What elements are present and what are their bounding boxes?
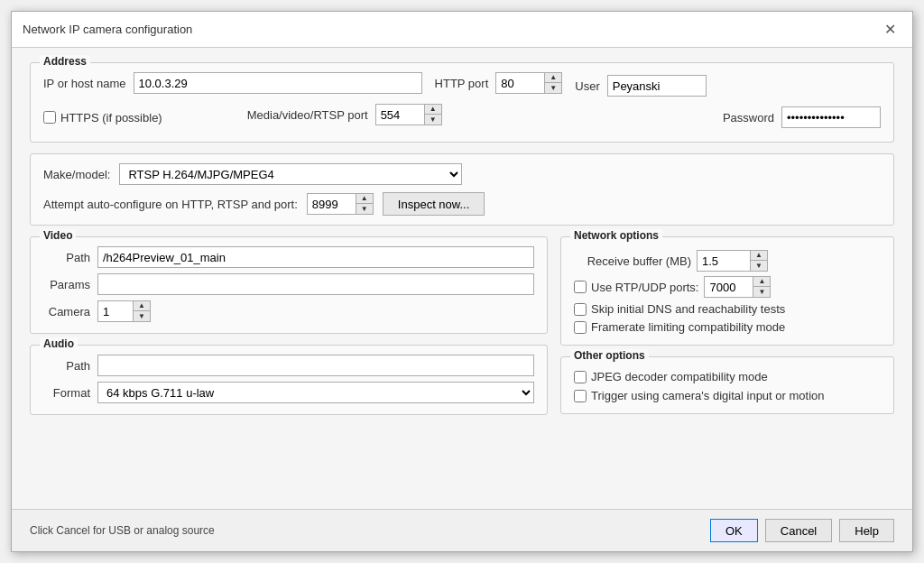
framerate-checkbox[interactable] <box>574 321 587 334</box>
rtp-udp-row: Use RTP/UDP ports: ▲ ▼ <box>574 276 881 298</box>
media-port-up-btn[interactable]: ▲ <box>425 105 441 115</box>
camera-down-btn[interactable]: ▼ <box>134 311 150 321</box>
user-label: User <box>575 79 599 93</box>
framerate-row: Framerate limiting compatibility mode <box>574 320 881 334</box>
other-section: Other options JPEG decoder compatibility… <box>560 356 894 414</box>
media-port-label: Media/video/RTSP port <box>247 108 368 122</box>
address-row2: HTTPS (if possible) Media/video/RTSP por… <box>43 104 881 131</box>
auto-conf-row: Attempt auto-configure on HTTP, RTSP and… <box>43 192 881 216</box>
video-params-input[interactable] <box>97 273 534 295</box>
media-port-row: Media/video/RTSP port ▲ ▼ <box>247 104 442 125</box>
help-button[interactable]: Help <box>839 519 894 542</box>
udp-port-input[interactable] <box>704 276 753 298</box>
video-section: Video Path Params Camera <box>30 236 548 334</box>
inspect-now-button[interactable]: Inspect now... <box>383 192 485 216</box>
skip-dns-row: Skip initial DNS and reachability tests <box>574 302 881 316</box>
http-port-spinner-btns: ▲ ▼ <box>545 72 562 94</box>
cancel-button[interactable]: Cancel <box>765 519 832 542</box>
ip-input[interactable] <box>134 72 422 94</box>
ip-label: IP or host name <box>43 77 126 90</box>
video-params-row: Params <box>43 273 534 295</box>
audio-path-input[interactable] <box>97 355 534 376</box>
recv-buffer-spinner: ▲ ▼ <box>697 250 768 272</box>
user-row: User <box>575 75 706 97</box>
http-port-row: HTTP port ▲ ▼ <box>435 72 563 94</box>
audio-section-label: Audio <box>40 337 78 350</box>
media-port-spinner: ▲ ▼ <box>375 104 442 125</box>
recv-buffer-down-btn[interactable]: ▼ <box>751 261 767 271</box>
dialog: Network IP camera configuration ✕ Addres… <box>11 11 913 552</box>
recv-buffer-input[interactable] <box>697 250 751 272</box>
make-model-select[interactable]: RTSP H.264/MJPG/MPEG4 <box>119 163 462 185</box>
recv-buffer-spinner-btns: ▲ ▼ <box>751 250 768 272</box>
recv-buffer-up-btn[interactable]: ▲ <box>751 251 767 261</box>
close-button[interactable]: ✕ <box>879 19 901 40</box>
rtp-label: Use RTP/UDP ports: <box>591 281 698 294</box>
jpeg-checkbox[interactable] <box>574 371 587 383</box>
auto-conf-port-down-btn[interactable]: ▼ <box>356 204 373 214</box>
address-section-label: Address <box>40 55 90 68</box>
https-label: HTTPS (if possible) <box>60 111 162 125</box>
trigger-row: Trigger using camera's digital input or … <box>574 389 881 402</box>
video-path-row: Path <box>43 246 534 268</box>
https-checkbox[interactable] <box>43 111 56 124</box>
http-port-up-btn[interactable]: ▲ <box>545 73 561 83</box>
user-input[interactable] <box>607 75 707 97</box>
udp-port-down-btn[interactable]: ▼ <box>753 287 770 297</box>
dialog-body: Address IP or host name HTTP port ▲ ▼ <box>12 48 912 509</box>
ok-button[interactable]: OK <box>710 519 758 542</box>
http-port-input[interactable] <box>495 72 545 94</box>
https-checkbox-row: HTTPS (if possible) <box>43 111 162 125</box>
password-input[interactable] <box>781 106 881 128</box>
camera-input[interactable] <box>97 300 134 322</box>
auto-conf-port-up-btn[interactable]: ▲ <box>356 194 373 204</box>
network-section: Network options Receive buffer (MB) ▲ ▼ <box>560 236 894 346</box>
video-camera-label: Camera <box>43 305 90 318</box>
title-bar: Network IP camera configuration ✕ <box>12 12 912 48</box>
media-port-spinner-btns: ▲ ▼ <box>425 104 442 125</box>
rtp-checkbox[interactable] <box>574 281 587 293</box>
video-section-label: Video <box>40 229 76 242</box>
footer-buttons: OK Cancel Help <box>710 519 894 542</box>
video-path-label: Path <box>43 251 90 264</box>
rtp-checkbox-row: Use RTP/UDP ports: <box>574 281 698 294</box>
camera-spinner-btns: ▲ ▼ <box>134 300 151 322</box>
model-row: Make/model: RTSP H.264/MJPG/MPEG4 <box>43 163 881 185</box>
audio-format-label: Format <box>43 386 90 400</box>
video-path-input[interactable] <box>97 246 534 268</box>
lower-sections: Video Path Params Camera <box>30 236 894 494</box>
media-port-input[interactable] <box>375 104 425 125</box>
media-port-down-btn[interactable]: ▼ <box>425 115 441 125</box>
auto-conf-port-input[interactable] <box>307 193 356 215</box>
video-params-label: Params <box>43 278 90 291</box>
model-section: Make/model: RTSP H.264/MJPG/MPEG4 Attemp… <box>30 153 894 226</box>
password-row: Password <box>723 106 881 128</box>
footer-bar: Click Cancel for USB or analog source OK… <box>12 509 912 551</box>
trigger-checkbox[interactable] <box>574 390 587 402</box>
udp-port-spinner-btns: ▲ ▼ <box>753 276 771 298</box>
skip-dns-checkbox[interactable] <box>574 303 587 316</box>
password-label: Password <box>723 111 774 125</box>
video-audio-col: Video Path Params Camera <box>30 236 548 494</box>
audio-format-row: Format 64 kbps G.711 u-law 64 kbps G.711… <box>43 382 534 403</box>
dialog-title: Network IP camera configuration <box>23 23 192 36</box>
video-camera-row: Camera ▲ ▼ <box>43 300 534 322</box>
address-row1: IP or host name HTTP port ▲ ▼ User <box>43 72 881 99</box>
trigger-label: Trigger using camera's digital input or … <box>591 389 825 402</box>
udp-port-up-btn[interactable]: ▲ <box>753 277 770 287</box>
address-section: Address IP or host name HTTP port ▲ ▼ <box>30 62 894 143</box>
audio-path-label: Path <box>43 359 90 373</box>
audio-section: Audio Path Format 64 kbps G.711 u-law 64… <box>30 345 548 415</box>
audio-format-select[interactable]: 64 kbps G.711 u-law 64 kbps G.711 a-law … <box>97 382 534 403</box>
auto-conf-spinner: ▲ ▼ <box>307 193 374 215</box>
framerate-label: Framerate limiting compatibility mode <box>591 320 785 334</box>
http-port-spinner: ▲ ▼ <box>495 72 562 94</box>
recv-buffer-label: Receive buffer (MB) <box>574 254 691 268</box>
auto-conf-label: Attempt auto-configure on HTTP, RTSP and… <box>43 198 298 211</box>
network-section-label: Network options <box>570 229 662 242</box>
udp-port-spinner: ▲ ▼ <box>704 276 771 298</box>
http-port-down-btn[interactable]: ▼ <box>545 83 561 93</box>
audio-path-row: Path <box>43 355 534 376</box>
camera-up-btn[interactable]: ▲ <box>134 301 150 311</box>
auto-conf-spinner-btns: ▲ ▼ <box>356 193 374 215</box>
